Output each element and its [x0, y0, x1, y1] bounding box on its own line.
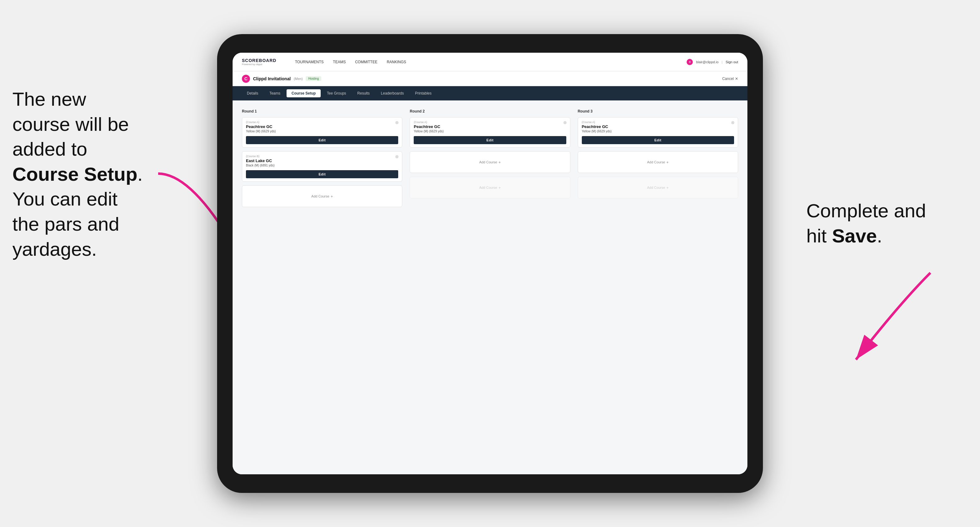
round1-add-course[interactable]: Add Course +: [242, 186, 402, 207]
course-a-label: (Course A): [246, 121, 398, 124]
round3-add-course[interactable]: Add Course +: [578, 151, 738, 173]
scoreboard-logo: SCOREBOARD Powered by clippd: [242, 58, 276, 66]
course-a-details: Yellow (M) (6629 yds): [246, 130, 398, 133]
edit-course-a-button[interactable]: Edit: [246, 136, 398, 144]
r3-add-course-label: Add Course: [647, 160, 665, 164]
tournament-name: Clippd Invitational: [253, 76, 291, 81]
tablet-screen: SCOREBOARD Powered by clippd TOURNAMENTS…: [232, 53, 748, 474]
round-1-column: Round 1 ⊗ (Course A) Peachtree GC Yellow…: [242, 109, 402, 211]
r2-course-a-details: Yellow (M) (6629 yds): [414, 130, 566, 133]
right-annotation: Complete and hit Save.: [806, 198, 955, 248]
round3-course-a-card: ⊗ (Course A) Peachtree GC Yellow (M) (66…: [578, 117, 738, 148]
right-text-bold: Save: [832, 225, 877, 246]
r2-course-a-label: (Course A): [414, 121, 566, 124]
delete-icon-b[interactable]: ⊗: [395, 154, 399, 159]
tournament-gender: (Men): [294, 77, 303, 81]
left-text-line2: course will be: [13, 113, 129, 135]
tab-tee-groups[interactable]: Tee Groups: [322, 89, 351, 97]
left-text-line5: the pars and: [13, 213, 119, 235]
tab-details[interactable]: Details: [242, 89, 263, 97]
delete-icon-r2[interactable]: ⊗: [563, 120, 567, 125]
delete-icon[interactable]: ⊗: [395, 120, 399, 125]
main-content: Round 1 ⊗ (Course A) Peachtree GC Yellow…: [232, 100, 748, 474]
nav-teams[interactable]: TEAMS: [333, 60, 346, 64]
tournament-bar: C Clippd Invitational (Men) Hosting Canc…: [232, 71, 748, 86]
nav-tournaments[interactable]: TOURNAMENTS: [295, 60, 323, 64]
r2-course-a-name: Peachtree GC: [414, 124, 566, 129]
delete-icon-r3[interactable]: ⊗: [731, 120, 735, 125]
add-course-label: Add Course: [311, 194, 329, 198]
top-nav-links: TOURNAMENTS TEAMS COMMITTEE RANKINGS: [295, 60, 674, 64]
nav-committee[interactable]: COMMITTEE: [355, 60, 377, 64]
r3-course-a-name: Peachtree GC: [582, 124, 734, 129]
add-course-plus-icon: +: [331, 194, 333, 199]
r3-add-course-disabled-plus: +: [667, 186, 669, 190]
round2-add-course-disabled: Add Course +: [410, 177, 570, 198]
r2-add-course-disabled-label: Add Course: [479, 186, 497, 189]
top-nav: SCOREBOARD Powered by clippd TOURNAMENTS…: [232, 53, 748, 71]
round-1-label: Round 1: [242, 109, 402, 113]
tab-bar: Details Teams Course Setup Tee Groups Re…: [232, 86, 748, 100]
round1-course-b-card: ⊗ (Course B) East Lake GC Black (M) (689…: [242, 151, 402, 182]
round1-course-a-card: ⊗ (Course A) Peachtree GC Yellow (M) (66…: [242, 117, 402, 148]
tab-results[interactable]: Results: [352, 89, 375, 97]
right-text-line1: Complete and: [806, 200, 926, 221]
r2-add-course-plus-icon: +: [498, 160, 501, 165]
user-avatar: B: [687, 59, 693, 65]
course-b-name: East Lake GC: [246, 159, 398, 163]
round3-add-course-disabled: Add Course +: [578, 177, 738, 198]
course-b-label: (Course B): [246, 155, 398, 158]
round2-course-a-card: ⊗ (Course A) Peachtree GC Yellow (M) (66…: [410, 117, 570, 148]
r2-add-course-label: Add Course: [479, 160, 497, 164]
tab-printables[interactable]: Printables: [410, 89, 436, 97]
round-2-column: Round 2 ⊗ (Course A) Peachtree GC Yellow…: [410, 109, 570, 211]
left-text-line4: You can edit: [13, 188, 118, 210]
user-email: blair@clippd.io: [696, 60, 718, 64]
r3-course-a-details: Yellow (M) (6629 yds): [582, 130, 734, 133]
rounds-grid: Round 1 ⊗ (Course A) Peachtree GC Yellow…: [242, 109, 738, 211]
logo-title: SCOREBOARD: [242, 58, 276, 63]
edit-r3-course-a-button[interactable]: Edit: [582, 136, 734, 144]
left-text-line6: yardages.: [13, 238, 97, 260]
tab-leaderboards[interactable]: Leaderboards: [376, 89, 409, 97]
round-3-column: Round 3 ⊗ (Course A) Peachtree GC Yellow…: [578, 109, 738, 211]
edit-r2-course-a-button[interactable]: Edit: [414, 136, 566, 144]
r2-add-course-disabled-plus: +: [498, 186, 501, 190]
round-3-label: Round 3: [578, 109, 738, 113]
tablet-device: SCOREBOARD Powered by clippd TOURNAMENTS…: [217, 34, 763, 493]
top-nav-right: B blair@clippd.io | Sign out: [687, 59, 738, 65]
r3-add-course-disabled-label: Add Course: [647, 186, 665, 189]
logo-sub: Powered by clippd: [242, 63, 276, 66]
right-arrow: [831, 267, 949, 372]
r3-course-a-label: (Course A): [582, 121, 734, 124]
left-text-line1: The new: [13, 88, 86, 110]
tournament-bar-left: C Clippd Invitational (Men) Hosting: [242, 75, 321, 83]
clippd-logo: C: [242, 75, 250, 83]
r3-add-course-plus-icon: +: [667, 160, 669, 165]
tab-course-setup[interactable]: Course Setup: [286, 89, 321, 97]
right-text-line2: hit: [806, 225, 832, 246]
round2-add-course[interactable]: Add Course +: [410, 151, 570, 173]
round-2-label: Round 2: [410, 109, 570, 113]
nav-rankings[interactable]: RANKINGS: [387, 60, 406, 64]
left-text-line3: added to: [13, 138, 87, 160]
course-b-details: Black (M) (6891 yds): [246, 163, 398, 167]
sign-out-link[interactable]: Sign out: [726, 60, 738, 64]
edit-course-b-button[interactable]: Edit: [246, 170, 398, 178]
left-text-bold: Course Setup: [13, 163, 137, 185]
course-a-name: Peachtree GC: [246, 124, 398, 129]
tab-teams[interactable]: Teams: [264, 89, 285, 97]
cancel-button[interactable]: Cancel ✕: [722, 76, 738, 81]
hosting-badge: Hosting: [306, 76, 321, 81]
